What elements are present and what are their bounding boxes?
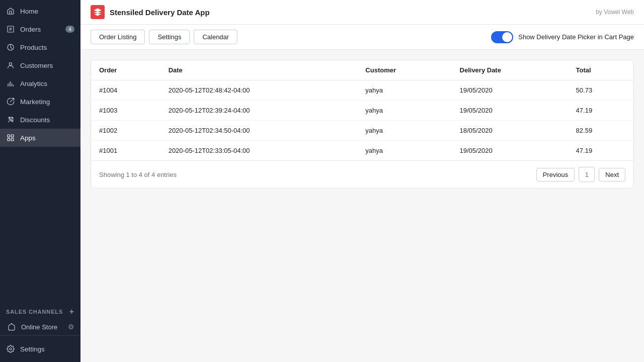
- table-header-row: Order Date Customer Delivery Date Total: [91, 60, 633, 80]
- table-cell-1: 2020-05-12T02:33:05-04:00: [160, 141, 358, 161]
- online-store-icon: [7, 322, 16, 331]
- table-footer: Showing 1 to 4 of 4 entries Previous 1 N…: [91, 160, 633, 188]
- app-header-left: Stensiled Delivery Date App: [91, 5, 210, 19]
- settings-label: Settings: [20, 345, 45, 353]
- sidebar-item-settings[interactable]: Settings: [0, 340, 80, 358]
- orders-table: Order Date Customer Delivery Date Total …: [91, 60, 633, 160]
- toggle-container: Show Delivery Date Picker in Cart Page: [491, 31, 634, 43]
- col-order: Order: [91, 60, 160, 80]
- sidebar-nav: Home Orders 4 Products Customers A: [0, 0, 80, 300]
- sidebar-item-discounts[interactable]: Discounts: [0, 111, 80, 129]
- svg-rect-5: [8, 135, 10, 137]
- table-cell-0: #1003: [91, 101, 160, 121]
- sidebar-item-label: Orders: [20, 26, 41, 33]
- home-icon: [6, 7, 15, 16]
- toggle-label: Show Delivery Date Picker in Cart Page: [518, 33, 634, 41]
- table-cell-2: yahya: [357, 80, 451, 101]
- app-header: Stensiled Delivery Date App by Vowel Web: [80, 0, 644, 25]
- page-current: 1: [579, 167, 595, 182]
- sidebar-item-label: Analytics: [20, 80, 47, 87]
- table-cell-3: 19/05/2020: [452, 80, 568, 101]
- table-row: #10022020-05-12T02:34:50-04:00yahya18/05…: [91, 121, 633, 141]
- sales-channels-section: SALES CHANNELS +: [0, 300, 80, 318]
- sidebar-bottom: Settings: [0, 335, 80, 362]
- col-customer: Customer: [357, 60, 451, 80]
- sidebar-item-label: Customers: [20, 62, 53, 69]
- pagination: Previous 1 Next: [536, 167, 625, 182]
- table-cell-2: yahya: [357, 141, 451, 161]
- tab-order-listing[interactable]: Order Listing: [91, 30, 145, 44]
- table-cell-3: 19/05/2020: [452, 101, 568, 121]
- table-cell-1: 2020-05-12T02:48:42-04:00: [160, 80, 358, 101]
- sidebar-item-label: Marketing: [20, 98, 50, 106]
- marketing-icon: [6, 97, 15, 106]
- table-cell-4: 47.19: [568, 101, 633, 121]
- analytics-icon: [6, 79, 15, 88]
- svg-point-4: [11, 120, 13, 122]
- table-cell-1: 2020-05-12T02:39:24-04:00: [160, 101, 358, 121]
- table-cell-2: yahya: [357, 101, 451, 121]
- orders-table-card: Order Date Customer Delivery Date Total …: [91, 60, 634, 189]
- online-store-settings-icon[interactable]: ⚙: [68, 323, 74, 331]
- sidebar-item-products[interactable]: Products: [0, 38, 80, 56]
- sidebar-item-label: Products: [20, 44, 47, 51]
- orders-badge: 4: [65, 26, 74, 33]
- app-title: Stensiled Delivery Date App: [110, 8, 210, 17]
- tab-settings[interactable]: Settings: [149, 30, 190, 44]
- tab-calendar[interactable]: Calendar: [194, 30, 237, 44]
- sidebar-item-customers[interactable]: Customers: [0, 56, 80, 74]
- table-cell-1: 2020-05-12T02:34:50-04:00: [160, 121, 358, 141]
- sidebar-item-orders[interactable]: Orders 4: [0, 20, 80, 38]
- app-logo: [91, 5, 105, 19]
- delivery-date-toggle[interactable]: [491, 31, 513, 43]
- toggle-thumb: [502, 32, 512, 42]
- table-cell-0: #1004: [91, 80, 160, 101]
- svg-rect-8: [11, 138, 14, 141]
- discounts-icon: [6, 115, 15, 124]
- sidebar-item-label: Discounts: [20, 116, 50, 124]
- toolbar: Order Listing Settings Calendar Show Del…: [80, 25, 644, 50]
- table-cell-0: #1001: [91, 141, 160, 161]
- sidebar-item-marketing[interactable]: Marketing: [0, 93, 80, 111]
- col-total: Total: [568, 60, 633, 80]
- svg-rect-7: [8, 138, 10, 141]
- svg-rect-6: [11, 135, 14, 137]
- svg-point-9: [10, 348, 12, 350]
- content-area: Order Date Customer Delivery Date Total …: [80, 50, 644, 362]
- products-icon: [6, 43, 15, 52]
- online-store-label: Online Store: [21, 323, 57, 331]
- table-row: #10032020-05-12T02:39:24-04:00yahya19/05…: [91, 101, 633, 121]
- sidebar-item-label: Home: [20, 8, 38, 15]
- sidebar-item-label: Apps: [20, 134, 36, 142]
- table-cell-3: 18/05/2020: [452, 121, 568, 141]
- settings-icon: [6, 344, 15, 353]
- apps-icon: [6, 133, 15, 142]
- table-cell-4: 47.19: [568, 141, 633, 161]
- sidebar-item-online-store[interactable]: Online Store ⚙: [0, 318, 80, 335]
- table-cell-4: 82.59: [568, 121, 633, 141]
- customers-icon: [6, 61, 15, 70]
- col-date: Date: [160, 60, 358, 80]
- add-sales-channel-icon[interactable]: +: [69, 307, 74, 316]
- table-cell-0: #1002: [91, 121, 160, 141]
- showing-text: Showing 1 to 4 of 4 entries: [99, 171, 177, 178]
- sidebar-item-apps[interactable]: Apps: [0, 129, 80, 147]
- orders-icon: [6, 25, 15, 34]
- previous-button[interactable]: Previous: [536, 168, 575, 182]
- col-delivery-date: Delivery Date: [452, 60, 568, 80]
- table-row: #10042020-05-12T02:48:42-04:00yahya19/05…: [91, 80, 633, 101]
- sidebar-item-analytics[interactable]: Analytics: [0, 74, 80, 93]
- table-cell-2: yahya: [357, 121, 451, 141]
- toolbar-tabs: Order Listing Settings Calendar: [91, 30, 237, 44]
- svg-point-2: [9, 63, 12, 65]
- sales-channels-label: SALES CHANNELS: [6, 309, 63, 315]
- next-button[interactable]: Next: [599, 168, 625, 182]
- table-cell-4: 50.73: [568, 80, 633, 101]
- table-row: #10012020-05-12T02:33:05-04:00yahya19/05…: [91, 141, 633, 161]
- table-cell-3: 19/05/2020: [452, 141, 568, 161]
- main-content: Stensiled Delivery Date App by Vowel Web…: [80, 0, 644, 362]
- sidebar: Home Orders 4 Products Customers A: [0, 0, 80, 362]
- sidebar-item-home[interactable]: Home: [0, 2, 80, 20]
- app-by: by Vowel Web: [596, 9, 634, 16]
- svg-point-3: [9, 118, 11, 120]
